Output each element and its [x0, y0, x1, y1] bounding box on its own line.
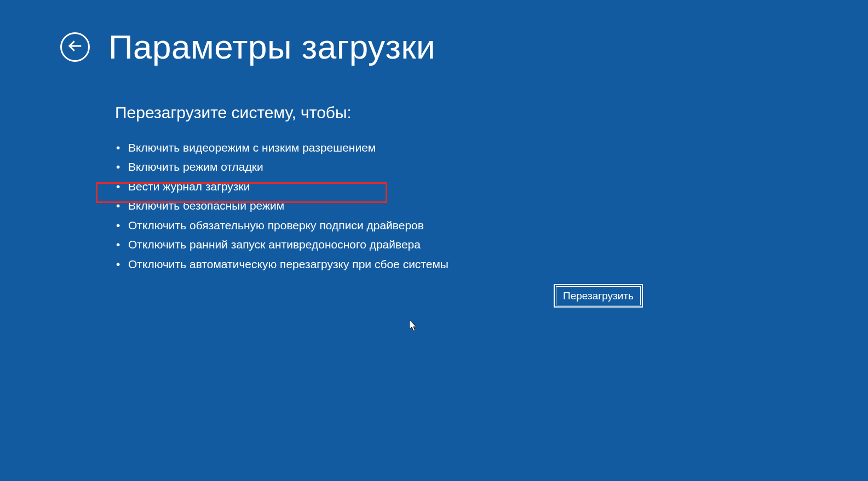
page-title: Параметры загрузки: [108, 27, 435, 66]
restart-button[interactable]: Перезагрузить: [554, 284, 643, 308]
list-item: Отключить ранний запуск антивредоносного…: [115, 236, 868, 253]
cursor-icon: [410, 320, 418, 332]
back-button[interactable]: [60, 32, 90, 62]
subtitle: Перезагрузите систему, чтобы:: [115, 103, 868, 122]
list-item: Отключить автоматическую перезагрузку пр…: [115, 256, 868, 273]
back-arrow-icon: [67, 38, 83, 56]
startup-options-list: Включить видеорежим с низким разрешением…: [115, 140, 868, 273]
list-item: Включить безопасный режим: [115, 198, 868, 214]
list-item: Отключить обязательную проверку подписи …: [115, 217, 868, 234]
list-item: Включить режим отладки: [115, 159, 868, 175]
list-item: Включить видеорежим с низким разрешением: [115, 140, 868, 156]
list-item: Вести журнал загрузки: [115, 178, 868, 195]
